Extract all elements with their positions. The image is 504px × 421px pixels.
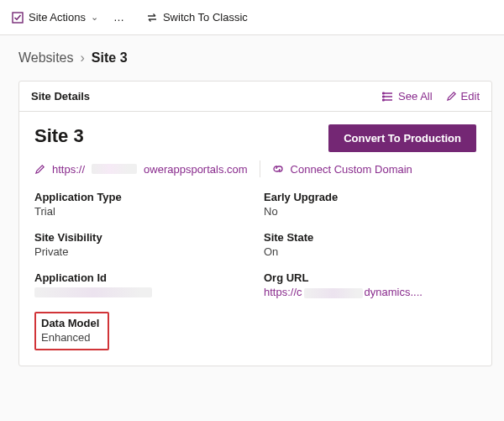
checkbox-icon xyxy=(12,12,24,24)
card-title: Site Details xyxy=(31,90,90,103)
edit-button[interactable]: Edit xyxy=(446,90,480,103)
org-url-suffix: dynamics.... xyxy=(365,286,423,298)
field-application-id: Application Id xyxy=(34,271,247,298)
link-icon xyxy=(272,163,284,175)
site-url-suffix: owerappsportals.com xyxy=(144,163,248,176)
field-label: Org URL xyxy=(264,271,476,284)
more-actions-button[interactable]: … xyxy=(110,11,129,24)
connect-custom-domain-button[interactable]: Connect Custom Domain xyxy=(272,163,412,176)
site-actions-label: Site Actions xyxy=(29,11,86,24)
site-actions-button[interactable]: Site Actions ⌄ xyxy=(12,11,98,24)
vertical-divider xyxy=(260,161,260,177)
highlight-box: Data Model Enhanced xyxy=(34,312,109,350)
properties-grid: Application Type Trial Early Upgrade No … xyxy=(34,191,476,350)
field-value: Trial xyxy=(34,205,247,218)
list-icon xyxy=(382,91,394,103)
field-value: Enhanced xyxy=(41,331,99,344)
command-bar: Site Actions ⌄ … Switch To Classic xyxy=(0,0,504,35)
site-title: Site 3 xyxy=(34,125,84,147)
site-url-prefix: https:// xyxy=(52,163,85,176)
swap-icon xyxy=(146,12,158,24)
chevron-right-icon: › xyxy=(81,50,85,66)
site-url-link[interactable]: https:// owerappsportals.com xyxy=(34,163,248,176)
field-application-type: Application Type Trial xyxy=(34,191,247,218)
convert-to-production-button[interactable]: Convert To Production xyxy=(328,124,476,152)
see-all-button[interactable]: See All xyxy=(382,90,432,103)
chevron-down-icon: ⌄ xyxy=(91,12,98,23)
card-actions: See All Edit xyxy=(382,90,480,103)
field-label: Site Visibility xyxy=(34,231,247,244)
switch-to-classic-label: Switch To Classic xyxy=(163,11,248,24)
field-site-state: Site State On xyxy=(264,231,476,258)
site-details-card: Site Details See All Edit Site 3 Convert… xyxy=(18,81,492,366)
switch-to-classic-button[interactable]: Switch To Classic xyxy=(146,11,248,24)
field-value: Private xyxy=(34,245,247,258)
pencil-icon xyxy=(446,91,457,102)
redacted-segment xyxy=(304,288,363,298)
field-early-upgrade: Early Upgrade No xyxy=(264,191,476,218)
field-site-visibility: Site Visibility Private xyxy=(34,231,247,258)
connect-custom-domain-label: Connect Custom Domain xyxy=(291,163,412,176)
field-label: Application Id xyxy=(34,271,247,284)
breadcrumb-parent[interactable]: Websites xyxy=(18,50,74,66)
field-data-model: Data Model Enhanced xyxy=(34,312,247,350)
field-value: On xyxy=(264,245,476,258)
breadcrumb-current: Site 3 xyxy=(92,50,128,66)
field-value: No xyxy=(264,205,476,218)
svg-point-1 xyxy=(383,92,385,94)
svg-point-2 xyxy=(383,96,385,97)
org-url-prefix: https://c xyxy=(264,286,302,298)
svg-point-3 xyxy=(383,99,385,101)
field-label: Site State xyxy=(264,231,476,244)
field-org-url: Org URL https://cdynamics.... xyxy=(264,271,476,298)
org-url-link[interactable]: https://cdynamics.... xyxy=(264,286,476,298)
title-row: Site 3 Convert To Production xyxy=(34,120,476,155)
redacted-segment xyxy=(92,164,137,174)
field-label: Data Model xyxy=(41,317,99,329)
field-label: Application Type xyxy=(34,191,247,203)
field-label: Early Upgrade xyxy=(264,191,476,203)
pencil-icon xyxy=(34,164,45,175)
url-row: https:// owerappsportals.com Connect Cus… xyxy=(34,161,476,177)
see-all-label: See All xyxy=(398,90,432,103)
card-header: Site Details See All Edit xyxy=(19,82,491,112)
breadcrumb: Websites › Site 3 xyxy=(0,35,504,76)
redacted-value xyxy=(34,287,152,297)
edit-label: Edit xyxy=(461,90,480,103)
card-body: Site 3 Convert To Production https:// ow… xyxy=(19,112,491,366)
